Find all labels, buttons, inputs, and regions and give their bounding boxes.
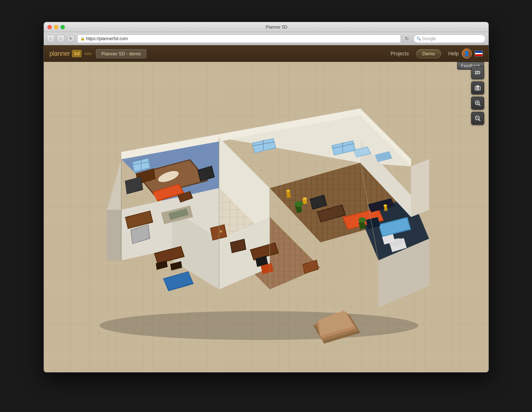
window-controls bbox=[47, 25, 65, 29]
user-avatar[interactable]: 👤 bbox=[462, 48, 472, 59]
refresh-icon[interactable]: ↻ bbox=[403, 35, 411, 43]
2d-view-button[interactable]: 2D bbox=[471, 66, 484, 79]
svg-line-117 bbox=[479, 105, 480, 106]
svg-marker-22 bbox=[411, 159, 429, 217]
svg-point-67 bbox=[220, 230, 222, 233]
svg-point-101 bbox=[286, 190, 290, 192]
zoom-out-button[interactable] bbox=[471, 112, 484, 125]
app-navbar: planner 5d beta Planner 5D - demo Projec… bbox=[44, 45, 489, 62]
logo-area: planner 5d beta bbox=[50, 50, 92, 58]
logo-5d: 5d bbox=[72, 50, 81, 57]
svg-marker-114 bbox=[477, 86, 479, 87]
avatar-area: 👤 bbox=[462, 48, 483, 59]
svg-point-103 bbox=[384, 204, 387, 207]
address-text: https://planner5d.com bbox=[86, 36, 128, 41]
demo-button[interactable]: Demo bbox=[416, 49, 441, 58]
svg-point-50 bbox=[294, 201, 303, 207]
zoom-in-button[interactable] bbox=[471, 97, 484, 110]
maximize-button[interactable] bbox=[60, 25, 65, 29]
help-link[interactable]: Help bbox=[448, 51, 459, 56]
svg-line-121 bbox=[479, 120, 480, 121]
search-icon: 🔍 bbox=[416, 37, 421, 41]
right-toolbar: 2D bbox=[471, 66, 484, 125]
project-name-tab[interactable]: Planner 5D - demo bbox=[96, 49, 146, 58]
search-placeholder: Google bbox=[422, 36, 436, 41]
title-bar: Planner 5D bbox=[44, 22, 489, 32]
camera-button[interactable] bbox=[471, 81, 484, 94]
svg-point-57 bbox=[303, 197, 307, 200]
svg-point-52 bbox=[359, 217, 366, 222]
browser-toolbar: ‹ › ↻ 🔒 https://planner5d.com ↻ 🔍 Google bbox=[44, 32, 489, 45]
language-flag[interactable] bbox=[475, 51, 483, 56]
svg-marker-21 bbox=[107, 210, 121, 260]
search-bar[interactable]: 🔍 Google bbox=[413, 34, 486, 43]
nav-links: Projects Demo Help bbox=[390, 49, 458, 58]
svg-marker-71 bbox=[170, 261, 182, 271]
svg-point-115 bbox=[477, 88, 478, 89]
minimize-button[interactable] bbox=[54, 25, 58, 29]
logo-text: planner bbox=[50, 50, 70, 58]
main-content: Feedback 2D bbox=[44, 62, 489, 372]
forward-button[interactable]: › bbox=[57, 35, 65, 43]
reload-button[interactable]: ↻ bbox=[67, 35, 75, 43]
browser-window: Planner 5D ‹ › ↻ 🔒 https://planner5d.com… bbox=[43, 22, 489, 373]
projects-link[interactable]: Projects bbox=[390, 51, 409, 56]
lock-icon: 🔒 bbox=[80, 37, 85, 41]
svg-marker-38 bbox=[126, 177, 142, 194]
close-button[interactable] bbox=[47, 25, 52, 29]
beta-badge: beta bbox=[84, 52, 91, 56]
svg-point-12 bbox=[100, 311, 418, 340]
address-bar[interactable]: 🔒 https://planner5d.com bbox=[77, 34, 401, 43]
window-title: Planner 5D bbox=[68, 25, 485, 30]
floor-plan[interactable] bbox=[78, 87, 440, 347]
back-button[interactable]: ‹ bbox=[47, 35, 55, 43]
